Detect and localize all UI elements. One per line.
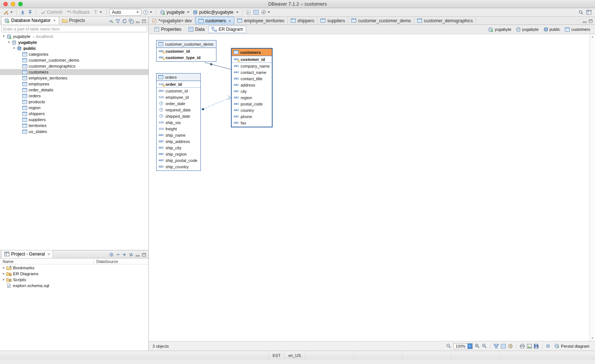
scroll-down-icon[interactable]: ▼ xyxy=(591,337,594,340)
column-header-name[interactable]: Name xyxy=(0,259,94,264)
rollback-button[interactable]: Rollback xyxy=(65,9,91,16)
maximize-view-icon[interactable] xyxy=(589,19,593,23)
er-column-company-name[interactable]: ABCcompany_name xyxy=(232,63,272,69)
diagram-color-icon[interactable] xyxy=(508,344,513,348)
zoom-out-icon[interactable] xyxy=(482,344,487,348)
commit-button[interactable]: Commit xyxy=(39,9,64,16)
er-column-ship-postal-code[interactable]: ABCship_postal_code xyxy=(157,157,200,163)
er-column-shipped-date[interactable]: shipped_date xyxy=(157,113,200,119)
filter-icon[interactable] xyxy=(116,19,120,23)
expander-icon[interactable]: ▸ xyxy=(1,277,6,283)
arrow-down-button[interactable] xyxy=(19,9,26,16)
tree-item-us-states[interactable]: us_states xyxy=(0,129,148,134)
er-table-header[interactable]: customers xyxy=(232,49,272,56)
er-column-customer-id[interactable]: ABCcustomer_id xyxy=(157,88,200,94)
breadcrumb-item-customers-3[interactable]: customers xyxy=(564,27,591,32)
tree-item-yugabyte[interactable]: ▾yugabyte– localhost xyxy=(0,33,148,39)
er-column-freight[interactable]: 123freight xyxy=(157,126,200,132)
minimize-view-icon[interactable] xyxy=(583,19,587,23)
tree-item-order-details[interactable]: order_details xyxy=(0,87,148,93)
connection-selector[interactable]: yugabyte xyxy=(159,9,191,16)
tab-projects[interactable]: Projects xyxy=(59,16,88,25)
auto-layout-icon[interactable] xyxy=(494,344,499,348)
refresh-icon[interactable] xyxy=(122,19,127,23)
sql-editor-button[interactable] xyxy=(245,9,252,16)
tree-item-categories[interactable]: categories xyxy=(0,51,148,57)
tree-item-yugabyte[interactable]: ▾yugabyte xyxy=(0,39,148,45)
tab-data[interactable]: Data xyxy=(185,26,208,33)
er-column-postal-code[interactable]: ABCpostal_code xyxy=(232,101,272,107)
table-filter-input[interactable] xyxy=(1,26,147,32)
transaction-mode-button[interactable]: T xyxy=(92,9,103,16)
settings-gear-icon[interactable] xyxy=(109,252,114,257)
tree-item-customers[interactable]: customers xyxy=(0,69,148,75)
search-button[interactable] xyxy=(578,9,585,16)
new-connection-icon[interactable] xyxy=(109,19,113,23)
er-column-ship-city[interactable]: ABCship_city xyxy=(157,144,200,151)
er-column-required-date[interactable]: required_date xyxy=(157,107,200,113)
transaction-log-button[interactable] xyxy=(142,9,153,16)
er-table-header[interactable]: orders xyxy=(157,74,200,81)
er-column-customer-id[interactable]: ABCcustomer_id xyxy=(157,48,216,54)
chevron-down-icon[interactable]: ▾ xyxy=(467,344,472,349)
expander-icon[interactable]: ▾ xyxy=(12,45,16,51)
er-column-ship-region[interactable]: ABCship_region xyxy=(157,151,200,157)
er-column-order-date[interactable]: order_date xyxy=(157,100,200,107)
editor-tab-customer-demographics[interactable]: customer_demographics xyxy=(414,17,476,25)
er-column-region[interactable]: ABCregion xyxy=(232,94,272,101)
minimize-view-icon[interactable] xyxy=(136,19,140,23)
tab-properties[interactable]: Properties xyxy=(151,26,185,33)
tab-er-diagram[interactable]: ER Diagram xyxy=(208,26,246,33)
minimize-window-button[interactable] xyxy=(11,2,15,6)
tree-item-suppliers[interactable]: suppliers xyxy=(0,117,148,123)
export-image-icon[interactable] xyxy=(527,344,532,348)
er-column-contact-title[interactable]: ABCcontact_title xyxy=(232,75,272,82)
zoom-in-icon[interactable] xyxy=(475,344,480,348)
er-column-employee-id[interactable]: 123employee_id xyxy=(157,94,200,100)
tree-item-products[interactable]: products xyxy=(0,99,148,105)
tree-item-shippers[interactable]: shippers xyxy=(0,111,148,117)
collapse-icon[interactable] xyxy=(116,253,120,257)
new-object-button[interactable] xyxy=(3,9,14,16)
er-column-customer-id[interactable]: ABCcustomer_id xyxy=(232,56,272,62)
tree-item-customer-customer-demo[interactable]: customer_customer_demo xyxy=(0,57,148,63)
project-item-scripts[interactable]: ▸Scripts xyxy=(0,277,148,283)
close-icon[interactable]: × xyxy=(48,252,50,256)
er-column-contact-name[interactable]: ABCcontact_name xyxy=(232,69,272,75)
column-header-datasource[interactable]: DataSource xyxy=(94,259,118,264)
project-item-er-diagrams[interactable]: ▸ER Diagrams xyxy=(0,271,148,277)
er-column-order-id[interactable]: 123order_id xyxy=(157,81,200,87)
diagram-settings-icon[interactable] xyxy=(546,344,550,348)
er-column-ship-country[interactable]: ABCship_country xyxy=(157,163,200,170)
toggle-grid-icon[interactable] xyxy=(501,344,506,348)
project-item-bookmarks[interactable]: ▸Bookmarks xyxy=(0,265,148,271)
minimize-view-icon[interactable] xyxy=(136,253,140,257)
editor-tab-suppliers[interactable]: suppliers xyxy=(318,17,348,25)
editor-tab-employee-territories[interactable]: employee_territories xyxy=(234,17,288,25)
maximize-view-icon[interactable] xyxy=(142,253,146,257)
link-editor-icon[interactable] xyxy=(129,253,134,257)
er-column-city[interactable]: ABCcity xyxy=(232,88,272,94)
zoom-window-button[interactable] xyxy=(18,2,23,6)
perspective-button[interactable] xyxy=(585,9,592,16)
save-diagram-icon[interactable] xyxy=(534,344,538,348)
maximize-view-icon[interactable] xyxy=(142,19,146,23)
er-column-phone[interactable]: ABCphone xyxy=(232,113,272,120)
er-table-header[interactable]: customer_customer_demo xyxy=(157,40,216,48)
expander-icon[interactable]: ▸ xyxy=(1,271,6,277)
tree-item-orders[interactable]: orders xyxy=(0,93,148,99)
vertical-scrollbar[interactable]: ▲ ▼ xyxy=(589,34,595,341)
collapse-all-icon[interactable] xyxy=(129,19,134,23)
navigate-button[interactable] xyxy=(260,9,271,16)
editor-tab-customers[interactable]: customers× xyxy=(195,17,234,25)
close-icon[interactable]: × xyxy=(228,19,231,23)
expander-icon[interactable]: ▸ xyxy=(1,265,6,271)
tab-project-general[interactable]: Project - General × xyxy=(1,250,53,258)
er-table-orders[interactable]: orders123order_idABCcustomer_id123employ… xyxy=(156,73,201,171)
er-column-ship-via[interactable]: 123ship_via xyxy=(157,119,200,126)
tree-item-customer-demographics[interactable]: customer_demographics xyxy=(0,63,148,69)
expander-icon[interactable]: ▾ xyxy=(1,33,6,39)
er-table-customer-customer-demo[interactable]: customer_customer_demoABCcustomer_idABCc… xyxy=(156,40,216,62)
er-column-country[interactable]: ABCcountry xyxy=(232,107,272,113)
tree-item-region[interactable]: region xyxy=(0,105,148,111)
